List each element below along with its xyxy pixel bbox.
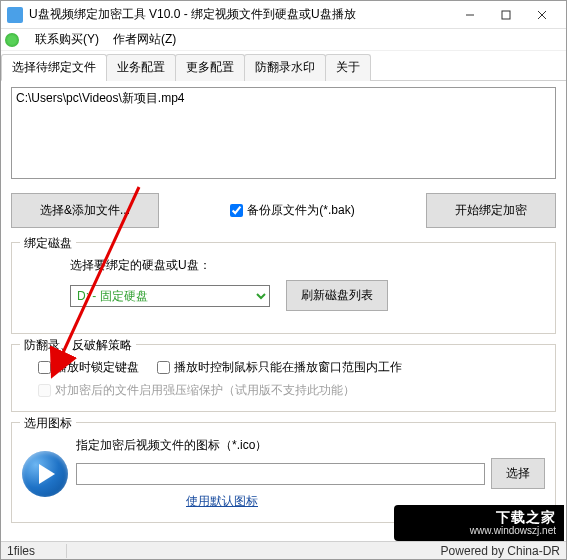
tab-about[interactable]: 关于 [325,54,371,81]
default-icon-link[interactable]: 使用默认图标 [186,493,258,510]
status-left: 1files [7,544,67,558]
lock-keyboard-label: 播放时锁定键盘 [55,359,139,376]
titlebar: U盘视频绑定加密工具 V10.0 - 绑定视频文件到硬盘或U盘播放 [1,1,566,29]
lock-mouse-label: 播放时控制鼠标只能在播放窗口范围内工作 [174,359,402,376]
backup-checkbox-label: 备份原文件为(*.bak) [247,202,354,219]
tabbar: 选择待绑定文件 业务配置 更多配置 防翻录水印 关于 [1,53,566,81]
group-anti-crack-legend: 防翻录、反破解策略 [20,337,136,354]
tab-more-config[interactable]: 更多配置 [175,54,245,81]
lock-mouse-input[interactable] [157,361,170,374]
maximize-button[interactable] [488,3,524,27]
close-button[interactable] [524,3,560,27]
backup-checkbox-input[interactable] [230,204,243,217]
play-icon [22,451,68,497]
app-icon [7,7,23,23]
minimize-button[interactable] [452,3,488,27]
lock-mouse-check[interactable]: 播放时控制鼠标只能在播放窗口范围内工作 [157,359,402,376]
group-bind-disk-legend: 绑定磁盘 [20,235,76,252]
menubar: 联系购买(Y) 作者网站(Z) [1,29,566,51]
lock-keyboard-input[interactable] [38,361,51,374]
tab-anti-record[interactable]: 防翻录水印 [244,54,326,81]
compress-input [38,384,51,397]
menu-contact[interactable]: 联系购买(Y) [35,31,99,48]
add-file-button[interactable]: 选择&添加文件... [11,193,159,228]
file-list[interactable]: C:\Users\pc\Videos\新项目.mp4 [11,87,556,179]
status-bar: 1files Powered by China-DR [1,541,566,559]
lock-keyboard-check[interactable]: 播放时锁定键盘 [38,359,139,376]
tab-select-files[interactable]: 选择待绑定文件 [1,54,107,81]
choose-icon-button[interactable]: 选择 [491,458,545,489]
icon-prompt: 指定加密后视频文件的图标（*.ico） [76,437,545,454]
disk-prompt: 选择要绑定的硬盘或U盘： [70,257,545,274]
group-choose-icon: 选用图标 指定加密后视频文件的图标（*.ico） 选择 使用默认图标 [11,422,556,523]
tab-biz-config[interactable]: 业务配置 [106,54,176,81]
compress-check-disabled: 对加密后的文件启用强压缩保护（试用版不支持此功能） [38,382,545,399]
globe-icon [5,33,19,47]
group-anti-crack: 防翻录、反破解策略 播放时锁定键盘 播放时控制鼠标只能在播放窗口范围内工作 对加… [11,344,556,412]
menu-site[interactable]: 作者网站(Z) [113,31,176,48]
svg-rect-1 [502,11,510,19]
refresh-disk-button[interactable]: 刷新磁盘列表 [286,280,388,311]
icon-path-input[interactable] [76,463,485,485]
compress-label: 对加密后的文件启用强压缩保护（试用版不支持此功能） [55,382,355,399]
disk-select[interactable]: D: - 固定硬盘 [70,285,270,307]
group-bind-disk: 绑定磁盘 选择要绑定的硬盘或U盘： D: - 固定硬盘 刷新磁盘列表 [11,242,556,334]
group-choose-icon-legend: 选用图标 [20,415,76,432]
start-encrypt-button[interactable]: 开始绑定加密 [426,193,556,228]
backup-checkbox[interactable]: 备份原文件为(*.bak) [230,202,354,219]
status-right: Powered by China-DR [441,544,560,558]
window-title: U盘视频绑定加密工具 V10.0 - 绑定视频文件到硬盘或U盘播放 [29,6,452,23]
